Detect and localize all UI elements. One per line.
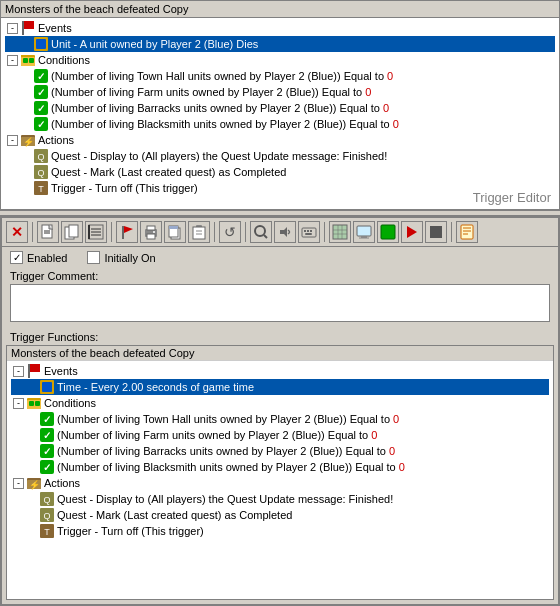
- unit-event-text: Unit - A unit owned by Player 2 (Blue) D…: [51, 36, 258, 52]
- outline-button[interactable]: [85, 221, 107, 243]
- new-trigger-button[interactable]: [37, 221, 59, 243]
- svg-rect-8: [29, 58, 34, 63]
- expand-events-inner[interactable]: -: [13, 366, 24, 377]
- svg-rect-65: [381, 225, 395, 239]
- tree-row[interactable]: - Conditions: [5, 52, 555, 68]
- toolbar-separator: [245, 222, 246, 242]
- svg-rect-46: [193, 227, 205, 239]
- flag-icon: [20, 20, 36, 36]
- comment-textarea[interactable]: [10, 284, 550, 322]
- enabled-label: Enabled: [27, 252, 67, 264]
- initially-on-checkbox[interactable]: [87, 251, 100, 264]
- condition-text: (Number of living Farm units owned by Pl…: [51, 84, 371, 100]
- display-button[interactable]: [353, 221, 375, 243]
- undo-button[interactable]: ↺: [219, 221, 241, 243]
- close-x-button[interactable]: ✕: [6, 221, 28, 243]
- stop-button[interactable]: [425, 221, 447, 243]
- enabled-checkbox-label[interactable]: Enabled: [10, 251, 67, 264]
- tree-row[interactable]: ✓ (Number of living Town Hall units owne…: [11, 411, 549, 427]
- run-button[interactable]: [401, 221, 423, 243]
- tree-row[interactable]: ✓ (Number of living Farm units owned by …: [11, 427, 549, 443]
- expand-events[interactable]: -: [7, 23, 18, 34]
- tree-row[interactable]: Q Quest - Display to (All players) the Q…: [11, 491, 549, 507]
- paste2-button[interactable]: [188, 221, 210, 243]
- svg-rect-39: [147, 226, 155, 230]
- flag-button[interactable]: [116, 221, 138, 243]
- conditions-folder-icon: [20, 52, 36, 68]
- expand-conditions[interactable]: -: [7, 55, 18, 66]
- keyboard-button[interactable]: [298, 221, 320, 243]
- tree-row[interactable]: ✓ (Number of living Town Hall units owne…: [5, 68, 555, 84]
- tree-row[interactable]: ✓ (Number of living Barracks units owned…: [11, 443, 549, 459]
- inner-tree-panel: Monsters of the beach defeated Copy - Ev…: [6, 345, 554, 600]
- expand-actions-inner[interactable]: -: [13, 478, 24, 489]
- condition-text-inner: (Number of living Blacksmith units owned…: [57, 459, 405, 475]
- svg-point-41: [153, 231, 155, 233]
- initially-on-checkbox-label[interactable]: Initially On: [87, 251, 155, 264]
- copy2-button[interactable]: [164, 221, 186, 243]
- tree-row[interactable]: - Events: [5, 20, 555, 36]
- svg-text:✓: ✓: [43, 414, 51, 425]
- tree-row[interactable]: - ⚡ Actions: [11, 475, 549, 491]
- tree-row[interactable]: Time - Every 2.00 seconds of game time: [11, 379, 549, 395]
- copy-trigger-button[interactable]: [61, 221, 83, 243]
- svg-rect-40: [147, 234, 155, 239]
- tree-row[interactable]: - ⚡ Actions: [5, 132, 555, 148]
- toolbar-separator: [324, 222, 325, 242]
- script-icon: [459, 224, 475, 240]
- svg-rect-52: [302, 228, 316, 237]
- flag-icon-inner: [26, 363, 42, 379]
- svg-text:✓: ✓: [37, 87, 45, 98]
- tree-row[interactable]: Unit - A unit owned by Player 2 (Blue) D…: [5, 36, 555, 52]
- tree-row[interactable]: ✓ (Number of living Barracks units owned…: [5, 100, 555, 116]
- map-button[interactable]: [329, 221, 351, 243]
- functions-label: Trigger Functions:: [2, 328, 558, 345]
- expand-conditions-inner[interactable]: -: [13, 398, 24, 409]
- top-tree-panel: Monsters of the beach defeated Copy - Ev…: [0, 0, 560, 210]
- inner-tree-content: - Events Time - Every 2.00 seconds of ga…: [7, 361, 553, 541]
- condition-icon-inner: ✓: [39, 427, 55, 443]
- run-icon: [404, 224, 420, 240]
- print-button[interactable]: [140, 221, 162, 243]
- tree-row[interactable]: Q Quest - Display to (All players) the Q…: [5, 148, 555, 164]
- svg-rect-3: [36, 39, 46, 49]
- svg-text:T: T: [44, 527, 50, 537]
- toolbar-separator: [32, 222, 33, 242]
- tree-row[interactable]: T Trigger - Turn off (This trigger): [11, 523, 549, 539]
- action-text-inner: Quest - Display to (All players) the Que…: [57, 491, 393, 507]
- action-text-inner: Trigger - Turn off (This trigger): [57, 523, 204, 539]
- tree-row[interactable]: - Conditions: [11, 395, 549, 411]
- tree-row[interactable]: Q Quest - Mark (Last created quest) as C…: [5, 164, 555, 180]
- search-button[interactable]: [250, 221, 272, 243]
- action-text: Quest - Mark (Last created quest) as Com…: [51, 164, 286, 180]
- toolbar: ✕: [2, 218, 558, 247]
- svg-rect-57: [333, 225, 347, 239]
- tree-row[interactable]: ✓ (Number of living Farm units owned by …: [5, 84, 555, 100]
- actions-folder-icon-inner: ⚡: [26, 475, 42, 491]
- tree-row[interactable]: ✓ (Number of living Blacksmith units own…: [11, 459, 549, 475]
- svg-text:T: T: [38, 184, 44, 194]
- events-label-inner: Events: [44, 363, 78, 379]
- green-square-button[interactable]: [377, 221, 399, 243]
- action-quest-icon-inner: Q: [39, 507, 55, 523]
- svg-text:✓: ✓: [37, 71, 45, 82]
- script-button[interactable]: [456, 221, 478, 243]
- tree-row[interactable]: - Events: [11, 363, 549, 379]
- conditions-label: Conditions: [38, 52, 90, 68]
- action-trigger-icon: T: [33, 180, 49, 196]
- top-tree-content: - Events Unit - A unit owned by Player 2…: [1, 18, 559, 198]
- svg-rect-53: [304, 230, 306, 232]
- tree-row[interactable]: Q Quest - Mark (Last created quest) as C…: [11, 507, 549, 523]
- svg-text:✓: ✓: [43, 430, 51, 441]
- actions-label: Actions: [38, 132, 74, 148]
- initially-on-label: Initially On: [104, 252, 155, 264]
- expand-actions[interactable]: -: [7, 135, 18, 146]
- svg-rect-56: [305, 233, 312, 235]
- svg-text:✓: ✓: [37, 103, 45, 114]
- enabled-checkbox[interactable]: [10, 251, 23, 264]
- sound-button[interactable]: [274, 221, 296, 243]
- toolbar-separator: [214, 222, 215, 242]
- tree-row[interactable]: ✓ (Number of living Blacksmith units own…: [5, 116, 555, 132]
- action-text: Trigger - Turn off (This trigger): [51, 180, 198, 196]
- condition-text: (Number of living Barracks units owned b…: [51, 100, 389, 116]
